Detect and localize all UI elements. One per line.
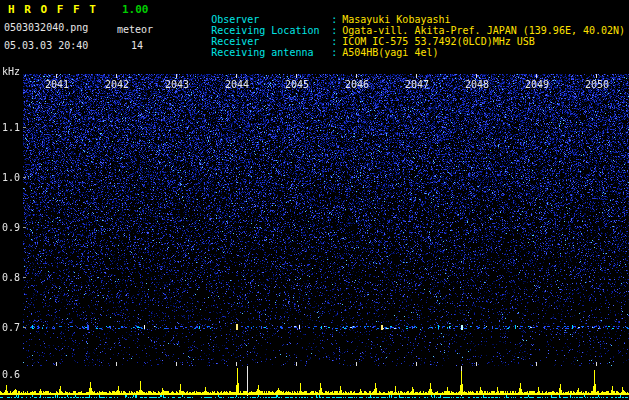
freq-tick-label: 0.9 — [2, 222, 24, 233]
freq-tick-label: 0.7 — [2, 322, 24, 333]
time-tick-label: 2048 — [464, 79, 490, 90]
info-colon: : — [331, 47, 337, 58]
info-value: A504HB(yagi 4el) — [342, 47, 438, 58]
time-tick-label: 2041 — [44, 79, 70, 90]
time-tick-label: 2043 — [164, 79, 190, 90]
time-tick-label: 2044 — [224, 79, 250, 90]
time-tick-label: 2047 — [404, 79, 430, 90]
level-canvas — [0, 366, 629, 400]
time-tick-label: 2046 — [344, 79, 370, 90]
time-tick-label: 2042 — [104, 79, 130, 90]
hrofft-screen: H R O F F T 1.00 0503032040.png meteor 0… — [0, 0, 629, 400]
time-tick-label: 2045 — [284, 79, 310, 90]
meteor-count: 14 — [131, 40, 143, 51]
app-version: 1.00 — [122, 3, 149, 16]
mode-label: meteor — [117, 24, 153, 35]
freq-tick-label: 0.8 — [2, 272, 24, 283]
time-tick-label: 2049 — [524, 79, 550, 90]
info-label: Receiving antenna — [211, 47, 331, 58]
freq-tick-label: 0.6 — [2, 369, 24, 380]
timestamp: 05.03.03 20:40 — [4, 40, 88, 51]
app-title: H R O F F T — [8, 3, 97, 16]
info-row-antenna: Receiving antenna:A504HB(yagi 4el) — [175, 36, 438, 69]
output-filename: 0503032040.png — [4, 22, 88, 33]
spectrogram-canvas — [23, 74, 629, 366]
freq-tick-label: 1.0 — [2, 172, 24, 183]
time-tick-label: 2050 — [584, 79, 610, 90]
freq-axis-unit: kHz — [2, 66, 24, 77]
freq-tick-label: 1.1 — [2, 122, 24, 133]
